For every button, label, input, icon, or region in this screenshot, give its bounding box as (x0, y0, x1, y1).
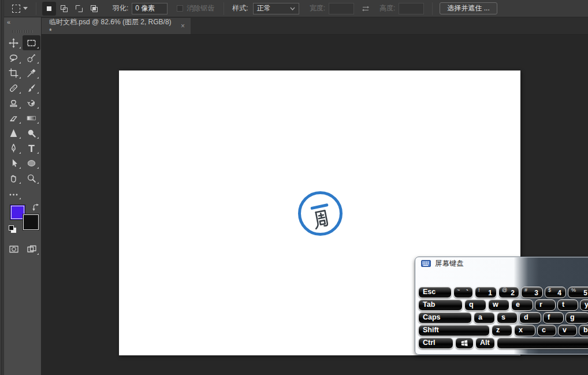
key-d[interactable]: d (519, 312, 541, 324)
key-f[interactable]: f (543, 312, 564, 324)
key-`[interactable]: ~` (453, 287, 473, 298)
key-q[interactable]: q (464, 299, 486, 311)
tool-clone-stamp[interactable] (5, 95, 23, 110)
tools-panel: « (4, 17, 42, 375)
tool-preset-picker[interactable] (9, 3, 31, 14)
tool-ellipse-shape[interactable] (23, 155, 40, 170)
key-2[interactable]: @2 (498, 287, 519, 298)
antialias-checkbox[interactable] (177, 5, 183, 12)
logo-characters (296, 189, 345, 239)
new-selection-button[interactable] (42, 2, 56, 16)
tool-options-bar: 羽化: 消除锯齿 样式: 正常 宽度: 高度: 选择并遮住 ... (4, 0, 588, 17)
edit-toolbar-ellipsis-icon[interactable] (5, 188, 23, 201)
feather-label: 羽化: (113, 3, 128, 13)
select-and-mask-button[interactable]: 选择并遮住 ... (440, 2, 497, 14)
swap-colors-icon[interactable] (32, 203, 40, 214)
tool-rectangular-marquee[interactable] (23, 35, 40, 50)
key-e[interactable]: e (511, 299, 533, 311)
tool-lasso[interactable] (5, 50, 23, 65)
screen-mode-button[interactable] (23, 242, 40, 257)
tool-eyedropper[interactable] (23, 65, 40, 80)
osk-title: 屏幕键盘 (435, 259, 464, 269)
swap-width-height-icon[interactable] (361, 5, 370, 13)
tools-panel-bottom (5, 242, 40, 257)
key-w[interactable]: w (488, 299, 509, 311)
tool-type[interactable] (23, 140, 40, 155)
key-esc[interactable]: Esc (418, 287, 452, 298)
width-input[interactable] (329, 3, 354, 14)
key-tab[interactable]: Tab (418, 299, 463, 311)
height-label: 高度: (379, 3, 395, 13)
key-alt[interactable]: Alt (475, 337, 495, 349)
collapse-panel-button[interactable]: « (7, 18, 10, 25)
tool-sharpen[interactable] (5, 125, 23, 140)
tool-brush[interactable] (23, 80, 40, 95)
key-z[interactable]: z (492, 325, 512, 336)
key-windows[interactable] (455, 337, 474, 349)
key-a[interactable]: a (474, 312, 495, 324)
canvas-pasteboard: 屏幕键盘 Esc~`!1@2#3$4%5TabqwertyCapsasdfgSh… (42, 35, 588, 375)
logo-char-zhou (309, 207, 334, 232)
intersect-selection-button[interactable] (87, 2, 101, 16)
separator (432, 2, 433, 15)
key-1[interactable]: !1 (475, 287, 497, 298)
tool-quick-selection[interactable] (23, 50, 40, 65)
background-color-swatch[interactable] (23, 214, 39, 230)
tool-spot-healing-brush[interactable] (5, 80, 23, 95)
document-tab[interactable]: 临时文档.psd @ 82.6% (图层 2, RGB/8) * × (42, 18, 191, 34)
default-colors-icon[interactable] (9, 225, 18, 235)
on-screen-keyboard-window: 屏幕键盘 Esc~`!1@2#3$4%5TabqwertyCapsasdfgSh… (415, 257, 588, 355)
color-widget (4, 202, 42, 238)
panel-edge-grip (0, 0, 4, 375)
tool-zoom[interactable] (23, 170, 40, 185)
key-shift[interactable]: Shift (418, 325, 490, 336)
style-dropdown[interactable]: 正常 (253, 3, 299, 14)
close-tab-icon[interactable]: × (181, 23, 185, 29)
panel-grip[interactable] (12, 30, 33, 33)
subtract-from-selection-button[interactable] (72, 2, 86, 16)
key-x[interactable]: x (514, 325, 535, 336)
key-caps[interactable]: Caps (418, 312, 472, 324)
week-logo (298, 191, 343, 236)
key-b[interactable]: b (579, 325, 588, 336)
height-input[interactable] (399, 3, 424, 14)
chevron-down-icon (290, 7, 295, 10)
separator (224, 2, 224, 15)
tools-grid (5, 35, 40, 185)
key-s[interactable]: s (497, 312, 518, 324)
key-t[interactable]: t (557, 299, 578, 311)
tool-pen[interactable] (5, 140, 23, 155)
tool-eraser[interactable] (5, 110, 23, 125)
keyboard-keys: Esc~`!1@2#3$4%5TabqwertyCapsasdfgShiftzx… (418, 287, 588, 350)
key-3[interactable]: #3 (521, 287, 543, 298)
style-label: 样式: (232, 3, 248, 13)
separator (36, 2, 36, 15)
key-ctrl[interactable]: Ctrl (418, 337, 453, 349)
tool-path-selection[interactable] (5, 155, 23, 170)
selection-mode-group (42, 2, 101, 16)
marquee-preset-icon (12, 5, 20, 13)
key-space[interactable] (497, 337, 588, 349)
key-c[interactable]: c (537, 325, 556, 336)
tool-move[interactable] (5, 35, 23, 50)
key-5[interactable]: %5 (568, 287, 588, 298)
key-r[interactable]: r (535, 299, 556, 311)
key-y[interactable]: y (580, 299, 588, 311)
key-4[interactable]: $4 (545, 287, 566, 298)
antialias-label: 消除锯齿 (187, 3, 214, 13)
key-v[interactable]: v (558, 325, 577, 336)
tool-dodge[interactable] (23, 125, 40, 140)
tool-gradient[interactable] (23, 110, 40, 125)
tool-hand[interactable] (5, 170, 23, 185)
keyboard-icon (421, 260, 431, 267)
osk-titlebar[interactable]: 屏幕键盘 (415, 257, 588, 270)
key-g[interactable]: g (565, 312, 588, 324)
chevron-down-icon (23, 7, 28, 10)
style-value: 正常 (257, 3, 271, 13)
tool-crop[interactable] (5, 65, 23, 80)
feather-input[interactable] (132, 3, 168, 14)
quick-mask-button[interactable] (5, 242, 23, 257)
document-tab-title: 临时文档.psd @ 82.6% (图层 2, RGB/8) * (49, 17, 174, 35)
tool-history-brush[interactable] (23, 95, 40, 110)
add-to-selection-button[interactable] (57, 2, 71, 16)
